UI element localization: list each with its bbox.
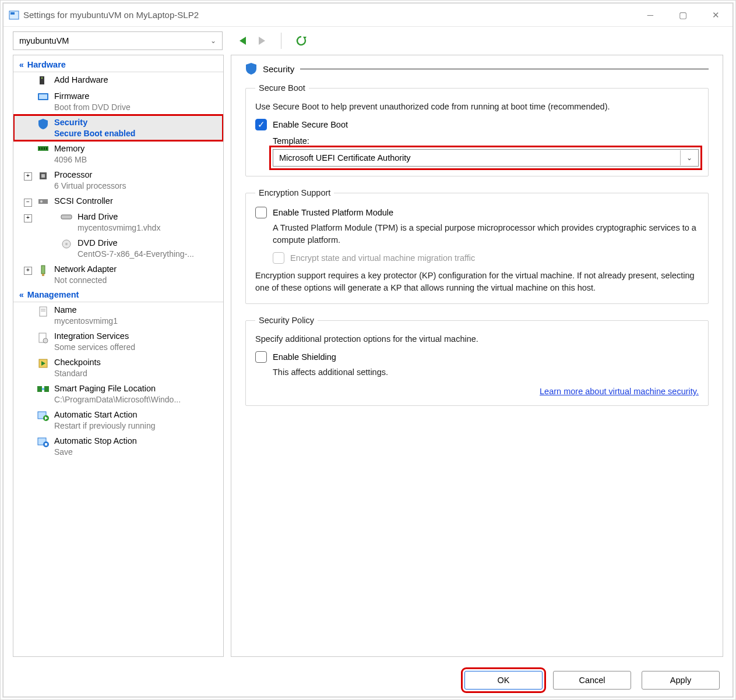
tree-checkpoints[interactable]: Checkpoints Standard	[13, 355, 223, 381]
auto-start-icon	[37, 409, 50, 421]
learn-more-link[interactable]: Learn more about virtual machine securit…	[540, 387, 699, 396]
group-security-policy: Security Policy Specify additional prote…	[245, 316, 709, 406]
template-value: Microsoft UEFI Certificate Authority	[279, 153, 411, 162]
checkbox-checked-icon: ✓	[255, 119, 267, 130]
cancel-button[interactable]: Cancel	[553, 671, 631, 690]
tree-firmware[interactable]: Firmware Boot from DVD Drive	[13, 89, 223, 115]
checkpoints-icon	[37, 357, 50, 369]
group-encryption: Encryption Support Enable Trusted Platfo…	[245, 188, 709, 304]
svg-rect-1	[10, 12, 15, 15]
tree-dvd-drive[interactable]: DVD Drive CentOS-7-x86_64-Everything-...	[13, 235, 223, 261]
enable-shielding-label: Enable Shielding	[273, 352, 336, 362]
tree-integration-services[interactable]: Integration Services Some services offer…	[13, 328, 223, 355]
svg-rect-23	[40, 307, 47, 316]
policy-desc: Specify additional protection options fo…	[255, 333, 699, 345]
tree-hard-drive[interactable]: Hard Drive mycentosvmimg1.vhdx	[13, 209, 223, 235]
tree-network-adapter[interactable]: Network Adapter Not connected	[13, 261, 223, 288]
svg-marker-2	[240, 37, 246, 45]
nav-forward-button[interactable]	[256, 36, 267, 46]
memory-icon	[37, 143, 50, 153]
tpm-desc: A Trusted Platform Module (TPM) is a spe…	[273, 222, 699, 246]
settings-tree[interactable]: « Hardware Add Hardware Firmware Boot fr…	[13, 55, 224, 657]
checkbox-disabled-icon	[273, 252, 284, 264]
tree-memory[interactable]: Memory 4096 MB	[13, 141, 223, 167]
tree-auto-start[interactable]: Automatic Start Action Restart if previo…	[13, 407, 223, 433]
encryption-legend: Encryption Support	[255, 188, 334, 197]
enable-secure-boot-label: Enable Secure Boot	[273, 120, 348, 129]
section-management-label: Management	[27, 290, 79, 299]
hdd-icon	[60, 211, 73, 221]
apply-button[interactable]: Apply	[642, 671, 720, 690]
svg-rect-12	[44, 147, 45, 150]
shield-icon	[245, 62, 257, 75]
add-hardware-icon	[37, 75, 50, 86]
svg-rect-31	[44, 386, 49, 392]
template-combobox[interactable]: Microsoft UEFI Certificate Authority ⌄	[273, 149, 699, 167]
integration-icon	[37, 331, 50, 344]
svg-rect-16	[38, 199, 48, 204]
svg-point-20	[65, 243, 68, 245]
nic-icon	[37, 264, 50, 277]
vm-selector-value: myubuntuVM	[19, 36, 69, 45]
minimize-button[interactable]: ─	[642, 10, 659, 20]
tree-scsi-controller[interactable]: SCSI Controller	[13, 193, 223, 209]
toolbar-divider	[281, 33, 281, 49]
collapse-icon: «	[19, 290, 24, 299]
svg-rect-8	[39, 94, 47, 99]
encrypt-traffic-checkbox: Encrypt state and virtual machine migrat…	[273, 252, 699, 264]
svg-rect-30	[37, 386, 42, 392]
enable-secure-boot-checkbox[interactable]: ✓ Enable Secure Boot	[255, 119, 699, 130]
group-secure-boot: Secure Boot Use Secure Boot to help prev…	[245, 83, 709, 176]
svg-rect-21	[41, 266, 45, 274]
checkbox-unchecked-icon	[255, 351, 267, 363]
svg-marker-3	[259, 37, 265, 45]
enable-tpm-checkbox[interactable]: Enable Trusted Platform Module	[255, 207, 699, 218]
chevron-down-icon: ⌄	[680, 150, 698, 165]
window-title: Settings for myubuntuVM on MyLaptop-SLP2	[23, 10, 199, 20]
shielding-note: This affects additional settings.	[273, 366, 699, 379]
tree-auto-stop[interactable]: Automatic Stop Action Save	[13, 433, 223, 459]
svg-marker-4	[303, 37, 307, 40]
svg-rect-13	[46, 147, 47, 150]
ok-button[interactable]: OK	[464, 671, 543, 690]
scsi-icon	[37, 196, 50, 206]
tree-smart-paging[interactable]: Smart Paging File Location C:\ProgramDat…	[13, 381, 223, 407]
svg-point-17	[40, 200, 43, 203]
vm-selector[interactable]: myubuntuVM ⌄	[13, 31, 223, 50]
titlebar: Settings for myubuntuVM on MyLaptop-SLP2…	[3, 3, 733, 27]
close-button[interactable]: ✕	[707, 10, 724, 20]
cpu-icon	[37, 169, 50, 181]
section-hardware-label: Hardware	[27, 60, 66, 69]
firmware-icon	[37, 91, 50, 101]
encrypt-traffic-label: Encrypt state and virtual machine migrat…	[290, 253, 475, 263]
section-hardware[interactable]: « Hardware	[13, 58, 223, 72]
svg-rect-15	[41, 174, 45, 178]
secure-boot-legend: Secure Boot	[255, 83, 309, 93]
detail-heading: Security	[263, 64, 294, 74]
svg-rect-32	[42, 388, 44, 390]
tree-add-hardware[interactable]: Add Hardware	[13, 72, 223, 89]
nav-back-button[interactable]	[238, 36, 248, 46]
tree-security[interactable]: Security Secure Boot enabled	[13, 115, 223, 141]
svg-rect-6	[41, 77, 43, 79]
template-label: Template:	[273, 136, 699, 146]
dvd-icon	[60, 238, 73, 249]
svg-rect-18	[61, 215, 72, 219]
policy-legend: Security Policy	[255, 316, 318, 325]
svg-rect-10	[39, 147, 40, 150]
smart-paging-icon	[37, 383, 50, 394]
tree-name[interactable]: Name mycentosvmimg1	[13, 302, 223, 328]
svg-rect-11	[41, 147, 43, 150]
secure-boot-desc: Use Secure Boot to help prevent unauthor…	[255, 101, 699, 113]
enable-tpm-label: Enable Trusted Platform Module	[273, 208, 393, 217]
app-icon	[8, 9, 20, 21]
detail-pane: Security Secure Boot Use Secure Boot to …	[231, 55, 723, 657]
section-management[interactable]: « Management	[13, 288, 223, 302]
auto-stop-icon	[37, 436, 50, 447]
enable-shielding-checkbox[interactable]: Enable Shielding	[255, 351, 699, 363]
svg-rect-22	[42, 274, 44, 276]
divider	[300, 69, 709, 69]
refresh-button[interactable]	[295, 35, 307, 47]
maximize-button[interactable]: ▢	[674, 10, 692, 20]
tree-processor[interactable]: Processor 6 Virtual processors	[13, 167, 223, 193]
